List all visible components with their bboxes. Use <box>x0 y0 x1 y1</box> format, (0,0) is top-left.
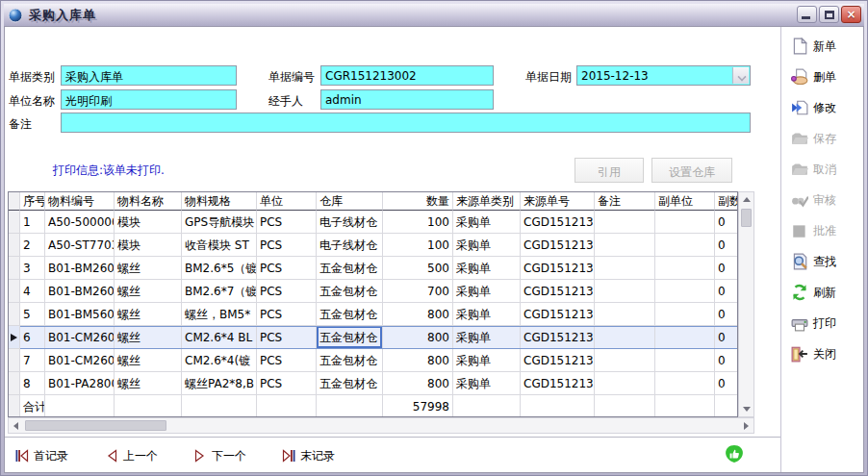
table-cell[interactable]: 2 <box>20 234 45 257</box>
minimize-button[interactable] <box>797 6 817 23</box>
table-row[interactable]: 2A50-ST7703模块收音模块 STPCS电子线材仓100采购单CGD151… <box>9 234 738 257</box>
table-cell[interactable] <box>655 234 715 257</box>
table-cell[interactable] <box>655 372 715 395</box>
table-cell[interactable]: B01-BM2607 <box>45 280 115 303</box>
table-cell[interactable]: 3 <box>20 257 45 280</box>
table-cell[interactable] <box>655 257 715 280</box>
column-header[interactable]: 来源单类别 <box>453 192 521 211</box>
table-cell[interactable]: 电子线材仓 <box>317 234 383 257</box>
table-cell[interactable]: 采购单 <box>453 303 521 326</box>
table-cell[interactable]: CGD151213 <box>521 211 595 234</box>
vscroll-thumb[interactable] <box>741 209 752 227</box>
table-cell[interactable]: 采购单 <box>453 211 521 234</box>
table-cell[interactable]: 螺丝 <box>115 303 182 326</box>
table-cell[interactable]: CGD151213 <box>521 326 595 349</box>
table-cell[interactable]: 采购单 <box>453 280 521 303</box>
table-cell[interactable]: A50-500000 <box>45 211 115 234</box>
table-cell[interactable]: 采购单 <box>453 372 521 395</box>
table-cell[interactable]: PCS <box>257 280 317 303</box>
column-header[interactable]: 物料规格 <box>182 192 257 211</box>
column-header[interactable]: 序号 <box>20 192 45 211</box>
table-cell[interactable]: PCS <box>257 349 317 372</box>
table-cell[interactable] <box>595 326 655 349</box>
scroll-down-icon[interactable] <box>743 407 751 412</box>
scroll-left-icon[interactable] <box>13 422 18 430</box>
table-cell[interactable]: 螺丝 <box>115 349 182 372</box>
table-cell[interactable]: 模块 <box>115 211 182 234</box>
table-cell[interactable]: CGD151213 <box>521 349 595 372</box>
table-cell[interactable]: 1 <box>20 211 45 234</box>
table-cell[interactable]: PCS <box>257 257 317 280</box>
table-cell[interactable]: 螺丝PA2*8,B <box>182 372 257 395</box>
table-cell[interactable]: 0 <box>715 234 738 257</box>
table-row[interactable]: 5B01-BM5600螺丝螺丝，BM5*PCS五金包材仓800采购单CGD151… <box>9 303 738 326</box>
table-cell[interactable]: 采购单 <box>453 234 521 257</box>
table-cell[interactable] <box>595 211 655 234</box>
table-cell[interactable]: GPS导航模块 <box>182 211 257 234</box>
table-cell[interactable] <box>595 234 655 257</box>
table-cell[interactable]: 采购单 <box>453 257 521 280</box>
table-row[interactable]: 7B01-CM2604螺丝CM2.6*4(镀PCS五金包材仓800采购单CGD1… <box>9 349 738 372</box>
next-record-button[interactable]: 下一个 <box>193 446 246 465</box>
table-cell[interactable] <box>655 211 715 234</box>
table-cell[interactable]: CM2.6*4(镀 <box>182 349 257 372</box>
column-header[interactable]: 物料编号 <box>45 192 115 211</box>
table-cell[interactable]: 500 <box>383 257 453 280</box>
unit-name-field[interactable]: 光明印刷 <box>61 89 237 110</box>
table-cell[interactable]: 采购单 <box>453 326 521 349</box>
horizontal-scrollbar[interactable] <box>8 417 754 434</box>
table-cell[interactable]: 800 <box>383 349 453 372</box>
table-cell[interactable]: B01-BM5600 <box>45 303 115 326</box>
table-cell[interactable]: 5 <box>20 303 45 326</box>
table-cell[interactable]: 螺丝 <box>115 257 182 280</box>
table-cell[interactable]: B01-CM2604 <box>45 349 115 372</box>
table-cell[interactable]: 五金包材仓 <box>317 280 383 303</box>
table-cell[interactable]: 五金包材仓 <box>317 372 383 395</box>
table-cell[interactable]: 0 <box>715 349 738 372</box>
table-cell[interactable]: 0 <box>715 211 738 234</box>
table-cell[interactable] <box>595 280 655 303</box>
table-cell[interactable] <box>655 280 715 303</box>
doc-type-field[interactable]: 采购入库单 <box>61 65 237 86</box>
table-cell[interactable] <box>595 349 655 372</box>
column-header[interactable]: 仓库 <box>317 192 383 211</box>
column-header[interactable]: 副数量 <box>715 192 738 211</box>
chevron-down-icon[interactable] <box>732 67 749 84</box>
table-cell[interactable]: B01-CM2604 <box>45 326 115 349</box>
table-cell[interactable]: 五金包材仓 <box>317 349 383 372</box>
table-cell[interactable]: CGD151213 <box>521 280 595 303</box>
table-row[interactable]: 3B01-BM2605螺丝BM2.6*5（镀PCS五金包材仓500采购单CGD1… <box>9 257 738 280</box>
search-button[interactable]: 查找 <box>791 248 860 275</box>
prev-record-button[interactable]: 上一个 <box>105 446 158 465</box>
table-cell[interactable]: 采购单 <box>453 349 521 372</box>
table-row[interactable]: 4B01-BM2607螺丝BM2.6*7（镀PCS五金包材仓700采购单CGD1… <box>9 280 738 303</box>
table-cell[interactable]: 收音模块 ST <box>182 234 257 257</box>
table-cell[interactable]: PCS <box>257 211 317 234</box>
handler-field[interactable]: admin <box>320 89 494 110</box>
table-cell[interactable]: 螺丝 <box>115 280 182 303</box>
table-cell[interactable]: 0 <box>715 303 738 326</box>
table-cell[interactable]: PCS <box>257 326 317 349</box>
table-cell[interactable]: 4 <box>20 280 45 303</box>
column-header[interactable]: 备注 <box>595 192 655 211</box>
table-cell[interactable] <box>595 257 655 280</box>
table-row[interactable]: 8B01-PA2800螺丝螺丝PA2*8,BPCS五金包材仓800采购单CGD1… <box>9 372 738 395</box>
doc-date-combo[interactable]: 2015-12-13 <box>576 65 751 86</box>
table-cell[interactable]: CGD151213 <box>521 234 595 257</box>
close-button[interactable]: × <box>841 6 861 23</box>
table-cell[interactable]: B01-BM2605 <box>45 257 115 280</box>
table-cell[interactable]: 电子线材仓 <box>317 211 383 234</box>
close-form-button[interactable]: 关闭 <box>791 340 860 367</box>
table-cell[interactable]: CGD151213 <box>521 303 595 326</box>
maximize-button[interactable] <box>819 6 839 23</box>
table-cell[interactable]: 螺丝 <box>115 326 182 349</box>
remark-field[interactable] <box>61 113 751 133</box>
hscroll-thumb[interactable] <box>25 420 166 431</box>
refresh-button[interactable]: 刷新 <box>791 279 860 306</box>
column-header[interactable]: 来源单号 <box>521 192 595 211</box>
modify-button[interactable]: 修改 <box>791 94 860 121</box>
table-cell[interactable]: 0 <box>715 326 738 349</box>
table-cell[interactable] <box>655 349 715 372</box>
table-cell[interactable]: 100 <box>383 211 453 234</box>
table-cell[interactable]: 螺丝 <box>115 372 182 395</box>
